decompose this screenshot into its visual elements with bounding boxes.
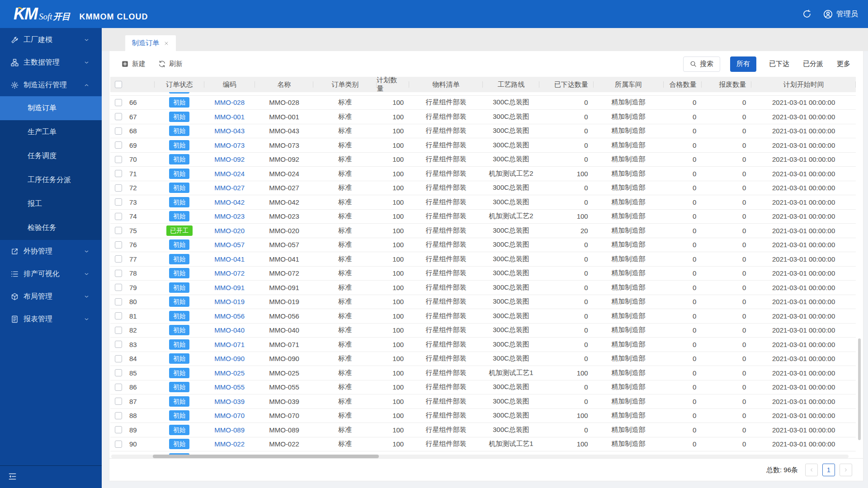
row-checkbox[interactable]: [115, 327, 122, 334]
column-header-route[interactable]: 工艺路线: [483, 77, 539, 92]
order-code-link[interactable]: MMO-071: [214, 341, 245, 348]
row-checkbox[interactable]: [115, 198, 122, 206]
order-code-link[interactable]: MMO-040: [214, 326, 245, 334]
row-checkbox[interactable]: [115, 156, 122, 163]
column-header-code[interactable]: 编码: [204, 77, 255, 92]
next-page-button[interactable]: [840, 464, 852, 476]
filter-more[interactable]: 更多: [836, 60, 851, 68]
cell-index: 86: [127, 380, 155, 394]
row-checkbox[interactable]: [115, 227, 122, 234]
prev-page-button[interactable]: [805, 464, 818, 476]
row-checkbox[interactable]: [115, 127, 122, 135]
close-icon[interactable]: [164, 41, 169, 46]
cell-bom: 行星组件部装: [409, 380, 483, 394]
sidebar-subitem-production-workorder[interactable]: 生产工单: [0, 120, 102, 144]
row-checkbox[interactable]: [115, 284, 122, 291]
order-code-link[interactable]: MMO-057: [214, 241, 245, 249]
column-header-scrap_qty[interactable]: 报废数量: [702, 77, 751, 92]
global-refresh-button[interactable]: [802, 9, 811, 19]
sidebar-item-master-data[interactable]: 主数据管理: [0, 51, 102, 74]
horizontal-scrollbar-thumb[interactable]: [153, 455, 379, 458]
order-code-link[interactable]: MMO-023: [214, 212, 245, 220]
row-checkbox[interactable]: [115, 241, 122, 249]
order-code-link[interactable]: MMO-039: [214, 398, 245, 405]
order-code-link[interactable]: MMO-072: [214, 269, 245, 277]
column-header-workshop[interactable]: 所属车间: [594, 77, 664, 92]
order-code-link[interactable]: MMO-091: [214, 284, 245, 291]
user-menu[interactable]: 管理员: [823, 9, 858, 19]
order-code-link[interactable]: MMO-042: [214, 198, 245, 206]
column-header-status[interactable]: 订单状态: [155, 77, 204, 92]
search-button[interactable]: 搜索: [683, 56, 720, 72]
refresh-button[interactable]: 刷新: [158, 60, 183, 68]
row-checkbox[interactable]: [115, 170, 122, 177]
column-header-type[interactable]: 订单类别: [313, 77, 377, 92]
cell-scrap_qty: 0: [702, 366, 751, 380]
row-checkbox[interactable]: [115, 255, 122, 263]
filter-all[interactable]: 所有: [730, 56, 756, 72]
column-header-name[interactable]: 名称: [255, 77, 314, 92]
new-button[interactable]: 新建: [121, 60, 146, 68]
column-header-start_time[interactable]: 计划开始时间: [751, 77, 856, 92]
order-code-link[interactable]: MMO-019: [214, 298, 245, 305]
order-code-link[interactable]: MMO-092: [214, 155, 245, 163]
column-header-plan_qty[interactable]: 计划数量: [377, 77, 409, 92]
order-code-link[interactable]: MMO-070: [214, 412, 245, 419]
order-code-link[interactable]: MMO-089: [214, 426, 245, 434]
column-header-qualified_qty[interactable]: 合格数量: [664, 77, 702, 92]
sidebar-subitem-manufacturing-order[interactable]: 制造订单: [0, 96, 102, 120]
filter-released[interactable]: 已下达: [768, 60, 790, 68]
sidebar-item-outsourcing[interactable]: 外协管理: [0, 240, 102, 263]
current-page-button[interactable]: 1: [822, 464, 835, 476]
order-code-link[interactable]: MMO-041: [214, 255, 245, 263]
column-header-index[interactable]: [127, 77, 155, 92]
sidebar-subitem-work-report[interactable]: 报工: [0, 192, 102, 216]
column-header-bom[interactable]: 物料清单: [409, 77, 483, 92]
row-checkbox[interactable]: [115, 412, 122, 419]
order-code-link[interactable]: MMO-028: [214, 99, 245, 106]
row-checkbox[interactable]: [115, 341, 122, 348]
sidebar-subitem-inspection-task[interactable]: 检验任务: [0, 216, 102, 240]
sidebar-item-layout-management[interactable]: 布局管理: [0, 285, 102, 308]
row-checkbox[interactable]: [115, 298, 122, 305]
order-code-link[interactable]: MMO-056: [214, 312, 245, 320]
table-row: 76初始MMO-057MMO-057标准100行星组件部装300C总装图0精加制…: [110, 238, 856, 253]
row-checkbox[interactable]: [115, 441, 122, 448]
tab-manufacturing-order[interactable]: 制造订单: [125, 35, 176, 51]
order-code-link[interactable]: MMO-022: [214, 440, 245, 448]
order-code-link[interactable]: MMO-043: [214, 127, 245, 135]
sidebar-item-report-management[interactable]: 报表管理: [0, 308, 102, 330]
row-checkbox[interactable]: [115, 99, 122, 106]
row-checkbox[interactable]: [115, 384, 122, 391]
row-checkbox[interactable]: [115, 113, 122, 120]
row-checkbox[interactable]: [115, 355, 122, 362]
vertical-scrollbar-thumb[interactable]: [858, 338, 861, 440]
order-code-link[interactable]: MMO-001: [214, 113, 245, 121]
row-checkbox[interactable]: [115, 398, 122, 405]
order-code-link[interactable]: MMO-024: [214, 170, 245, 178]
row-checkbox[interactable]: [115, 312, 122, 319]
row-checkbox[interactable]: [115, 184, 122, 192]
sidebar-item-factory-modeling[interactable]: 工厂建模: [0, 28, 102, 51]
sidebar-subitem-operation-task-dispatch[interactable]: 工序任务分派: [0, 168, 102, 192]
sidebar-item-manufacturing-ops[interactable]: 制造运行管理: [0, 74, 102, 96]
order-code-link[interactable]: MMO-027: [214, 184, 245, 192]
table-row: 90初始MMO-022MMO-022标准100行星组件部装机加测试工艺1100精…: [110, 437, 856, 452]
order-code-link[interactable]: MMO-055: [214, 383, 245, 391]
filter-dispatched[interactable]: 已分派: [802, 60, 824, 68]
row-checkbox[interactable]: [115, 270, 122, 277]
collapse-sidebar-button[interactable]: [8, 472, 17, 482]
row-checkbox[interactable]: [115, 141, 122, 149]
row-checkbox[interactable]: [115, 369, 122, 376]
sidebar-item-scheduling-visualization[interactable]: 排产可视化: [0, 263, 102, 285]
order-code-link[interactable]: MMO-020: [214, 227, 245, 235]
order-code-link[interactable]: MMO-025: [214, 369, 245, 377]
sidebar-subitem-task-scheduling[interactable]: 任务调度: [0, 144, 102, 168]
row-checkbox[interactable]: [115, 213, 122, 220]
select-all-checkbox[interactable]: [115, 81, 122, 88]
order-code-link[interactable]: MMO-073: [214, 141, 245, 149]
row-checkbox[interactable]: [115, 426, 122, 433]
cell-type: 标准: [313, 252, 377, 266]
order-code-link[interactable]: MMO-090: [214, 355, 245, 362]
column-header-released_qty[interactable]: 已下达数量: [539, 77, 594, 92]
